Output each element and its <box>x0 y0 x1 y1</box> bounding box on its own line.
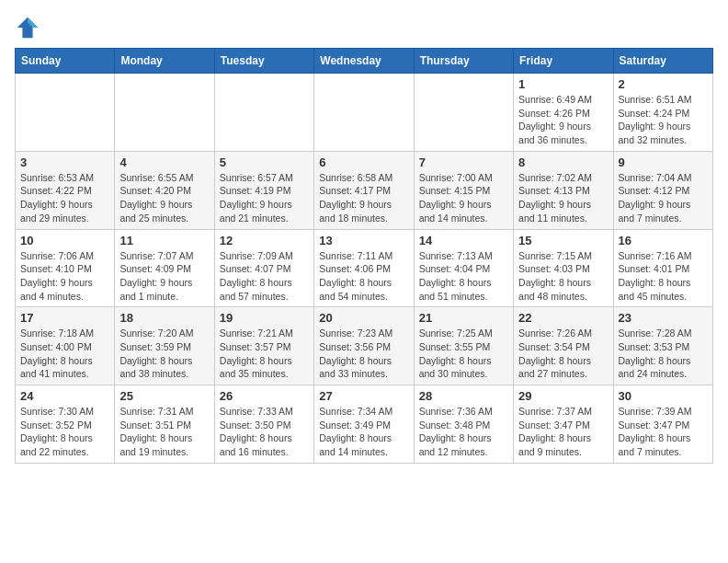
day-number: 30 <box>619 389 708 403</box>
day-number: 17 <box>20 311 109 325</box>
calendar-cell: 16Sunrise: 7:16 AM Sunset: 4:01 PM Dayli… <box>613 229 712 307</box>
day-info: Sunrise: 7:20 AM Sunset: 3:59 PM Dayligh… <box>119 327 209 381</box>
day-info: Sunrise: 7:31 AM Sunset: 3:51 PM Dayligh… <box>119 405 209 459</box>
weekday-header-wednesday: Wednesday <box>314 49 414 74</box>
day-info: Sunrise: 7:18 AM Sunset: 4:00 PM Dayligh… <box>20 327 109 381</box>
calendar-cell: 29Sunrise: 7:37 AM Sunset: 3:47 PM Dayli… <box>514 385 613 464</box>
day-info: Sunrise: 7:02 AM Sunset: 4:13 PM Dayligh… <box>518 171 608 225</box>
day-number: 15 <box>518 234 608 247</box>
calendar-cell: 17Sunrise: 7:18 AM Sunset: 4:00 PM Dayli… <box>16 307 115 385</box>
calendar-week-row: 3Sunrise: 6:53 AM Sunset: 4:22 PM Daylig… <box>16 151 713 229</box>
day-number: 16 <box>619 234 708 247</box>
day-info: Sunrise: 7:06 AM Sunset: 4:10 PM Dayligh… <box>20 249 109 304</box>
weekday-header-monday: Monday <box>115 49 214 74</box>
day-info: Sunrise: 7:28 AM Sunset: 3:53 PM Dayligh… <box>619 327 708 381</box>
calendar-cell: 7Sunrise: 7:00 AM Sunset: 4:15 PM Daylig… <box>414 151 513 229</box>
day-number: 21 <box>419 311 508 325</box>
day-info: Sunrise: 7:30 AM Sunset: 3:52 PM Dayligh… <box>20 405 109 459</box>
day-number: 7 <box>419 155 508 169</box>
day-number: 24 <box>20 389 109 403</box>
day-info: Sunrise: 7:00 AM Sunset: 4:15 PM Dayligh… <box>419 171 508 225</box>
calendar-cell: 20Sunrise: 7:23 AM Sunset: 3:56 PM Dayli… <box>314 307 414 385</box>
calendar-header: SundayMondayTuesdayWednesdayThursdayFrid… <box>16 49 713 74</box>
day-number: 27 <box>319 389 408 403</box>
calendar-cell: 14Sunrise: 7:13 AM Sunset: 4:04 PM Dayli… <box>414 229 513 307</box>
calendar-week-row: 24Sunrise: 7:30 AM Sunset: 3:52 PM Dayli… <box>16 385 713 464</box>
calendar-cell: 12Sunrise: 7:09 AM Sunset: 4:07 PM Dayli… <box>214 229 313 307</box>
calendar-cell <box>16 74 115 152</box>
day-info: Sunrise: 6:49 AM Sunset: 4:26 PM Dayligh… <box>518 93 608 147</box>
day-info: Sunrise: 7:33 AM Sunset: 3:50 PM Dayligh… <box>220 405 309 459</box>
logo-icon <box>15 15 40 40</box>
day-info: Sunrise: 7:16 AM Sunset: 4:01 PM Dayligh… <box>619 249 708 304</box>
day-info: Sunrise: 6:51 AM Sunset: 4:24 PM Dayligh… <box>619 93 708 147</box>
day-info: Sunrise: 7:09 AM Sunset: 4:07 PM Dayligh… <box>220 249 309 304</box>
logo <box>15 15 44 40</box>
calendar-cell: 2Sunrise: 6:51 AM Sunset: 4:24 PM Daylig… <box>613 74 712 152</box>
day-info: Sunrise: 6:57 AM Sunset: 4:19 PM Dayligh… <box>220 171 309 225</box>
calendar-cell: 6Sunrise: 6:58 AM Sunset: 4:17 PM Daylig… <box>314 151 414 229</box>
calendar-cell: 15Sunrise: 7:15 AM Sunset: 4:03 PM Dayli… <box>514 229 613 307</box>
calendar-cell: 1Sunrise: 6:49 AM Sunset: 4:26 PM Daylig… <box>514 74 613 152</box>
calendar-cell: 18Sunrise: 7:20 AM Sunset: 3:59 PM Dayli… <box>115 307 214 385</box>
calendar-cell: 27Sunrise: 7:34 AM Sunset: 3:49 PM Dayli… <box>314 385 414 464</box>
calendar-cell: 4Sunrise: 6:55 AM Sunset: 4:20 PM Daylig… <box>115 151 214 229</box>
calendar-cell: 23Sunrise: 7:28 AM Sunset: 3:53 PM Dayli… <box>613 307 712 385</box>
day-number: 6 <box>319 155 408 169</box>
day-info: Sunrise: 7:04 AM Sunset: 4:12 PM Dayligh… <box>619 171 708 225</box>
day-info: Sunrise: 7:21 AM Sunset: 3:57 PM Dayligh… <box>220 327 309 381</box>
calendar-cell: 10Sunrise: 7:06 AM Sunset: 4:10 PM Dayli… <box>16 229 115 307</box>
day-number: 20 <box>319 311 408 325</box>
day-info: Sunrise: 7:07 AM Sunset: 4:09 PM Dayligh… <box>119 249 209 304</box>
calendar-cell <box>115 74 214 152</box>
day-number: 8 <box>518 155 608 169</box>
day-info: Sunrise: 7:23 AM Sunset: 3:56 PM Dayligh… <box>319 327 408 381</box>
day-number: 3 <box>20 155 109 169</box>
calendar-cell: 24Sunrise: 7:30 AM Sunset: 3:52 PM Dayli… <box>16 385 115 464</box>
day-info: Sunrise: 7:11 AM Sunset: 4:06 PM Dayligh… <box>319 249 408 304</box>
weekday-header-friday: Friday <box>514 49 613 74</box>
day-info: Sunrise: 6:53 AM Sunset: 4:22 PM Dayligh… <box>20 171 109 225</box>
weekday-header-tuesday: Tuesday <box>214 49 313 74</box>
day-info: Sunrise: 7:36 AM Sunset: 3:48 PM Dayligh… <box>419 405 508 459</box>
calendar-body: 1Sunrise: 6:49 AM Sunset: 4:26 PM Daylig… <box>16 74 713 464</box>
day-info: Sunrise: 7:39 AM Sunset: 3:47 PM Dayligh… <box>619 405 708 459</box>
calendar-cell: 8Sunrise: 7:02 AM Sunset: 4:13 PM Daylig… <box>514 151 613 229</box>
day-number: 12 <box>220 234 309 247</box>
calendar-cell <box>314 74 414 152</box>
day-info: Sunrise: 7:13 AM Sunset: 4:04 PM Dayligh… <box>419 249 508 304</box>
calendar-week-row: 10Sunrise: 7:06 AM Sunset: 4:10 PM Dayli… <box>16 229 713 307</box>
day-number: 22 <box>518 311 608 325</box>
calendar-cell: 30Sunrise: 7:39 AM Sunset: 3:47 PM Dayli… <box>613 385 712 464</box>
day-number: 28 <box>419 389 508 403</box>
calendar-cell: 13Sunrise: 7:11 AM Sunset: 4:06 PM Dayli… <box>314 229 414 307</box>
calendar-cell <box>214 74 313 152</box>
calendar-cell: 9Sunrise: 7:04 AM Sunset: 4:12 PM Daylig… <box>613 151 712 229</box>
day-number: 1 <box>518 77 608 91</box>
calendar-cell: 3Sunrise: 6:53 AM Sunset: 4:22 PM Daylig… <box>16 151 115 229</box>
calendar-cell: 25Sunrise: 7:31 AM Sunset: 3:51 PM Dayli… <box>115 385 214 464</box>
calendar-cell: 26Sunrise: 7:33 AM Sunset: 3:50 PM Dayli… <box>214 385 313 464</box>
day-number: 26 <box>220 389 309 403</box>
weekday-header-sunday: Sunday <box>16 49 115 74</box>
calendar-cell <box>414 74 513 152</box>
day-number: 13 <box>319 234 408 247</box>
day-info: Sunrise: 7:37 AM Sunset: 3:47 PM Dayligh… <box>518 405 608 459</box>
calendar-cell: 21Sunrise: 7:25 AM Sunset: 3:55 PM Dayli… <box>414 307 513 385</box>
day-info: Sunrise: 7:15 AM Sunset: 4:03 PM Dayligh… <box>518 249 608 304</box>
day-number: 9 <box>619 155 708 169</box>
day-number: 5 <box>220 155 309 169</box>
page-header <box>15 15 713 40</box>
calendar-cell: 19Sunrise: 7:21 AM Sunset: 3:57 PM Dayli… <box>214 307 313 385</box>
day-info: Sunrise: 6:58 AM Sunset: 4:17 PM Dayligh… <box>319 171 408 225</box>
calendar-cell: 11Sunrise: 7:07 AM Sunset: 4:09 PM Dayli… <box>115 229 214 307</box>
day-info: Sunrise: 7:34 AM Sunset: 3:49 PM Dayligh… <box>319 405 408 459</box>
calendar-week-row: 17Sunrise: 7:18 AM Sunset: 4:00 PM Dayli… <box>16 307 713 385</box>
weekday-header-row: SundayMondayTuesdayWednesdayThursdayFrid… <box>16 49 713 74</box>
day-number: 23 <box>619 311 708 325</box>
day-info: Sunrise: 6:55 AM Sunset: 4:20 PM Dayligh… <box>119 171 209 225</box>
weekday-header-thursday: Thursday <box>414 49 513 74</box>
day-number: 11 <box>119 234 209 247</box>
calendar-cell: 5Sunrise: 6:57 AM Sunset: 4:19 PM Daylig… <box>214 151 313 229</box>
weekday-header-saturday: Saturday <box>613 49 712 74</box>
